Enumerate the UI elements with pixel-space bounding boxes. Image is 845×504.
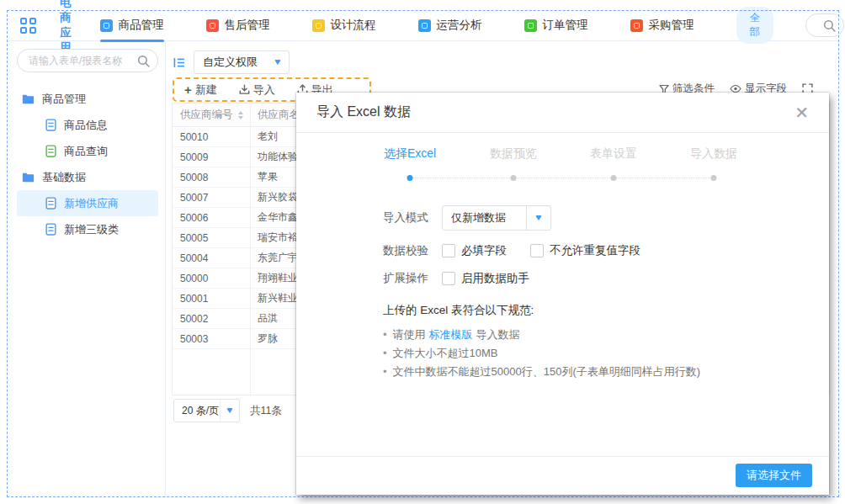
nav-tab-purchase[interactable]: 采购管理	[630, 18, 694, 33]
page-size-select[interactable]: 20 条/页	[173, 399, 240, 422]
checkbox[interactable]	[442, 272, 455, 285]
document-icon	[45, 223, 56, 236]
app-grid-icon[interactable]	[20, 18, 36, 34]
search-icon[interactable]	[823, 19, 836, 32]
tree-item-goods-info[interactable]: 商品信息	[17, 112, 158, 138]
column-divider	[250, 103, 251, 395]
document-icon	[45, 197, 56, 210]
data-assistant-option[interactable]: 启用数据助手	[442, 271, 529, 286]
document-icon	[45, 145, 56, 157]
step-dot	[407, 175, 413, 181]
step-import-data: 导入数据	[690, 146, 737, 162]
rule-size: 文件大小不超过10MB	[383, 344, 829, 363]
checkbox[interactable]	[442, 244, 455, 257]
app-icon-design	[312, 19, 325, 32]
document-icon	[45, 119, 56, 131]
sort-icon[interactable]	[238, 111, 243, 119]
step-select-excel: 选择Excel	[384, 146, 436, 162]
chevron-down-icon	[526, 206, 550, 230]
nav-tab-design[interactable]: 设计流程	[312, 18, 376, 33]
tree-folder-base-data[interactable]: 基础数据	[17, 164, 158, 190]
extension-row: 扩展操作 启用数据助手	[383, 271, 829, 286]
nav-all-badge[interactable]: 全部	[736, 7, 774, 44]
pagination: 20 条/页 共11条	[173, 399, 282, 422]
validation-row: 数据校验 必填字段 不允许重复值字段	[383, 243, 829, 258]
nav-home-link[interactable]: 电商应用	[60, 0, 72, 56]
nav-tab-aftersale[interactable]: 售后管理	[206, 18, 270, 33]
step-dot	[511, 175, 517, 181]
import-icon	[239, 84, 250, 95]
upload-rules: 上传的 Excel 表符合以下规范: 请使用标准模版导入数据 文件大小不超过10…	[383, 303, 829, 381]
close-icon[interactable]: ✕	[795, 104, 809, 121]
required-fields-option[interactable]: 必填字段	[442, 243, 507, 258]
chevron-down-icon	[274, 60, 281, 65]
permission-select[interactable]: 自定义权限	[194, 50, 290, 74]
standard-template-link[interactable]: 标准模版	[429, 328, 473, 341]
app-icon-purchase	[630, 19, 643, 32]
step-track	[412, 178, 712, 178]
total-count: 共11条	[250, 404, 282, 418]
app-icon-order	[524, 19, 537, 32]
tree-item-goods-query[interactable]: 商品查询	[17, 138, 158, 164]
import-mode-row: 导入模式 仅新增数据	[383, 205, 829, 231]
new-button[interactable]: +新建	[184, 82, 217, 98]
folder-icon	[22, 172, 35, 183]
modal-footer: 请选择文件	[296, 456, 829, 495]
tree-folder-goods-mgmt[interactable]: 商品管理	[17, 86, 158, 112]
app-icon-operation	[418, 19, 431, 32]
chevron-down-icon	[220, 400, 239, 422]
view-row: 自定义权限	[173, 50, 290, 74]
app-icon-aftersale	[206, 19, 219, 32]
modal-header: 导入 Excel 数据 ✕	[296, 93, 829, 133]
nav-tabs: 商品管理 售后管理 设计流程 运营分析 订单管理 采购管理	[100, 18, 736, 33]
step-dot	[611, 175, 617, 181]
step-data-preview: 数据预览	[490, 146, 537, 162]
nav-tab-operation[interactable]: 运营分析	[418, 18, 482, 33]
app-icon-goods	[100, 19, 113, 32]
nav-tab-goods[interactable]: 商品管理	[100, 18, 164, 33]
top-nav: 电商应用 商品管理 售后管理 设计流程 运营分析 订单管理 采购管理 全部	[20, 12, 826, 39]
app-root: 电商应用 商品管理 售后管理 设计流程 运营分析 订单管理 采购管理 全部 商品…	[0, 0, 845, 504]
rule-template: 请使用标准模版导入数据	[383, 326, 829, 344]
import-button[interactable]: 导入	[239, 82, 275, 98]
sidebar-divider	[165, 41, 166, 496]
global-search	[805, 13, 844, 37]
choose-file-button[interactable]: 请选择文件	[736, 464, 812, 487]
plus-icon: +	[184, 83, 192, 96]
import-excel-modal: 导入 Excel 数据 ✕ 选择Excel 数据预览 表单设置 导入数据 导入模…	[296, 93, 829, 495]
import-mode-select[interactable]: 仅新增数据	[442, 205, 551, 231]
form-search	[17, 49, 158, 72]
folder-icon	[22, 93, 35, 104]
rule-limits: 文件中数据不能超过50000行、150列(子表单明细同样占用行数)	[383, 363, 829, 381]
tree-item-new-category[interactable]: 新增三级类	[17, 216, 158, 242]
nav-tab-order[interactable]: 订单管理	[524, 18, 588, 33]
modal-title: 导入 Excel 数据	[316, 103, 411, 121]
step-form-settings: 表单设置	[590, 146, 637, 162]
tree-item-new-supplier[interactable]: 新增供应商	[17, 190, 158, 216]
no-duplicates-option[interactable]: 不允许重复值字段	[530, 243, 640, 258]
search-icon[interactable]	[137, 55, 150, 67]
sidebar: 商品管理 商品信息 商品查询 基础数据 新增供应商 新增三级类	[17, 49, 158, 242]
view-toggle-icon[interactable]	[173, 57, 185, 68]
step-indicator: 选择Excel 数据预览 表单设置 导入数据	[296, 146, 829, 187]
checkbox[interactable]	[530, 244, 544, 257]
step-dot	[711, 175, 717, 181]
